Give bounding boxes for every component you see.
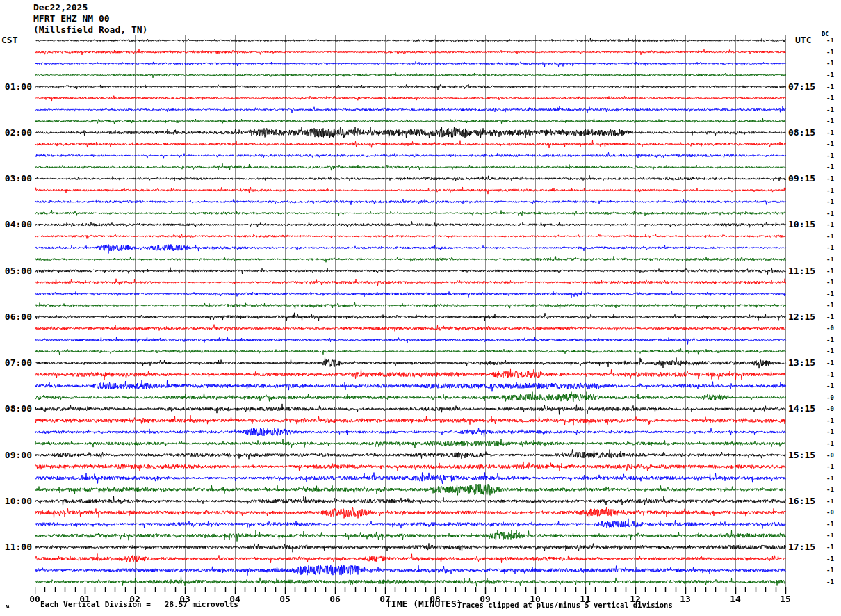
- dc-value: -1: [826, 129, 834, 137]
- dc-value: -1: [826, 578, 834, 586]
- dc-value: -1: [826, 279, 834, 286]
- x-tick-label: 05: [275, 594, 295, 604]
- dc-value: -1: [826, 521, 834, 528]
- dc-value: -1: [826, 233, 834, 241]
- cst-time-label: 01:00: [1, 81, 32, 92]
- dc-value: -1: [826, 106, 834, 114]
- cst-time-label: 10:00: [1, 496, 32, 506]
- helicorder-screen: Dec22,2025 MFRT EHZ NM 00 (Millsfield Ro…: [0, 0, 841, 616]
- utc-time-label: 08:15: [788, 127, 815, 138]
- dc-value: -1: [826, 95, 834, 102]
- x-tick-label: 15: [776, 594, 795, 604]
- right-axis-title: UTC: [795, 35, 811, 45]
- dc-value: -1: [826, 210, 834, 218]
- dc-value: -1: [826, 498, 834, 505]
- dc-value: -1: [826, 440, 834, 448]
- dc-value: -1: [826, 463, 834, 471]
- dc-value: -1: [826, 83, 834, 91]
- dc-value: -1: [826, 567, 834, 574]
- cst-time-label: 04:00: [1, 219, 32, 229]
- dc-value: -1: [826, 382, 834, 390]
- dc-value: -1: [826, 256, 834, 264]
- x-axis-title: TIME (MINUTES): [386, 599, 462, 609]
- dc-value: -1: [826, 268, 834, 275]
- utc-time-label: 12:15: [788, 311, 815, 322]
- utc-time-label: 13:15: [788, 357, 815, 368]
- dc-value: -1: [826, 37, 834, 44]
- dc-value: -1: [826, 337, 834, 344]
- dc-value: -1: [826, 163, 834, 171]
- x-tick-label: 06: [325, 594, 345, 604]
- dc-value: -1: [826, 187, 834, 195]
- dc-value: -1: [826, 486, 834, 494]
- utc-time-label: 07:15: [788, 81, 815, 92]
- dc-value: -1: [826, 348, 834, 355]
- utc-time-label: 09:15: [788, 173, 815, 184]
- location-label: (Millsfield Road, TN): [33, 24, 147, 35]
- clip-note: Traces clipped at plus/minus 5 vertical …: [457, 601, 673, 609]
- cst-time-label: 03:00: [1, 173, 32, 184]
- dc-value: -1: [826, 152, 834, 160]
- cst-time-label: 11:00: [1, 542, 32, 552]
- utc-time-label: 14:15: [788, 403, 815, 414]
- x-tick-label: 13: [676, 594, 695, 604]
- dc-value: -0: [826, 452, 834, 460]
- utc-time-label: 17:15: [788, 542, 815, 552]
- dc-value: -1: [826, 544, 834, 551]
- dc-value: -0: [826, 405, 834, 413]
- dc-value: -1: [826, 221, 834, 229]
- dc-value: -1: [826, 475, 834, 483]
- cst-time-label: 07:00: [1, 357, 32, 368]
- cst-time-label: 02:00: [1, 127, 32, 138]
- dc-value: -1: [826, 72, 834, 79]
- seismogram-canvas: [35, 35, 788, 599]
- dc-value: -1: [826, 291, 834, 298]
- dc-value: -1: [826, 140, 834, 148]
- dc-value: -1: [826, 175, 834, 183]
- vertical-scale-note: Each Vertical Division = 28.57 microvolt…: [40, 600, 238, 609]
- cst-time-label: 09:00: [1, 450, 32, 460]
- cst-time-label: 05:00: [1, 266, 32, 276]
- cst-time-label: 08:00: [1, 403, 32, 414]
- dc-value: -1: [826, 49, 834, 56]
- dc-value: -1: [826, 371, 834, 379]
- dc-value: -0: [826, 394, 834, 402]
- left-axis-title: CST: [1, 35, 17, 45]
- dc-value: -1: [826, 244, 834, 252]
- x-tick-label: 14: [726, 594, 745, 604]
- station-label: MFRT EHZ NM 00: [33, 13, 110, 24]
- dc-value: -1: [826, 532, 834, 540]
- dc-value: -1: [826, 60, 834, 67]
- dc-value: -1: [826, 117, 834, 125]
- dc-value: -1: [826, 359, 834, 367]
- dc-value: -1: [826, 428, 834, 436]
- utc-time-label: 16:15: [788, 496, 815, 506]
- dc-value: -1: [826, 556, 834, 563]
- dc-value: -0: [826, 325, 834, 332]
- dc-value: -1: [826, 198, 834, 206]
- dc-value: -1: [826, 302, 834, 309]
- date-label: Dec22,2025: [33, 2, 88, 13]
- utc-time-label: 11:15: [788, 266, 815, 276]
- utc-time-label: 15:15: [788, 450, 815, 460]
- cst-time-label: 06:00: [1, 311, 32, 322]
- utc-time-label: 10:15: [788, 219, 815, 229]
- corner-glyph: ʍ: [6, 603, 9, 610]
- dc-value: -0: [826, 509, 834, 517]
- dc-value: -1: [826, 417, 834, 425]
- dc-value: -1: [826, 314, 834, 321]
